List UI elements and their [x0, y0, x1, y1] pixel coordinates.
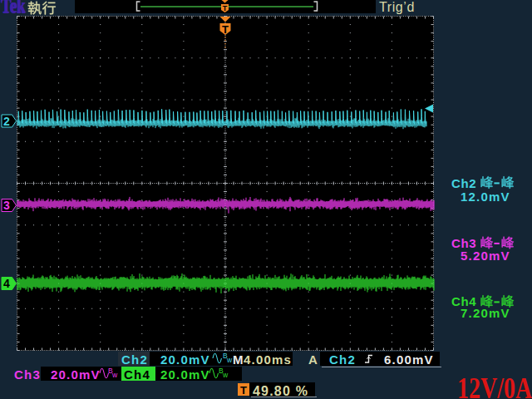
svg-text:4: 4 — [3, 277, 10, 290]
svg-text:3: 3 — [3, 199, 10, 212]
svg-text:w: w — [222, 371, 229, 379]
svg-text:w: w — [226, 356, 233, 364]
svg-text:2: 2 — [3, 115, 10, 128]
svg-text:w: w — [111, 371, 118, 379]
svg-text:T: T — [222, 23, 229, 36]
svg-text:T: T — [223, 4, 228, 12]
